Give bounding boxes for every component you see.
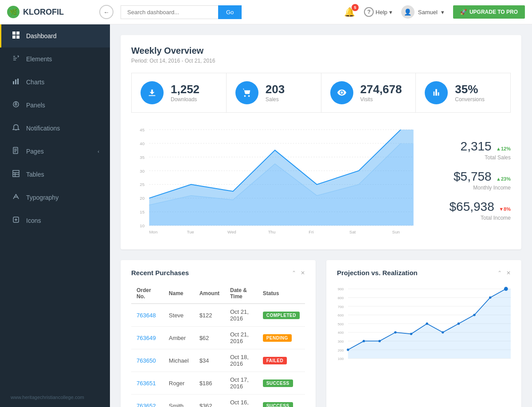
bottom-row: Recent Purchases ⌃ ✕ Order No. Name Amou… [121, 260, 521, 407]
chart-stats: 2,315 ▲12% Total Sales $5,758 ▲23% Month… [422, 122, 511, 239]
table-row: 763648 Steve $122 Oct 21, 2016 COMPLETED [131, 304, 305, 327]
main-content: Weekly Overview Period: Oct 14, 2016 - O… [110, 24, 532, 407]
order-number[interactable]: 763649 [131, 327, 164, 349]
col-date: Date & Time [225, 284, 258, 304]
sidebar-item-icons[interactable]: Icons [0, 209, 110, 232]
svg-point-69 [379, 340, 381, 342]
visits-value: 274,678 [360, 83, 407, 96]
user-menu[interactable]: 👤 Samuel ▾ [401, 5, 444, 19]
status-badge: SUCCESS [263, 379, 293, 387]
svg-text:45: 45 [140, 127, 145, 132]
amount: $62 [194, 327, 225, 349]
svg-text:10: 10 [140, 223, 145, 228]
status-badge: SUCCESS [263, 402, 293, 407]
sidebar-item-elements[interactable]: Elements [0, 47, 110, 71]
svg-point-72 [426, 323, 428, 325]
svg-text:Thu: Thu [268, 229, 276, 234]
weekly-title: Weekly Overview [131, 46, 511, 56]
status-cell: PENDING [258, 327, 305, 349]
sidebar-item-pages[interactable]: Pages ‹ [0, 140, 110, 163]
status-badge: COMPLETED [263, 312, 300, 319]
date-time: Oct 21, 2016 [225, 327, 258, 349]
svg-text:900: 900 [338, 287, 344, 291]
sidebar-item-notifications[interactable]: Notifications [0, 117, 110, 140]
proj-close-button[interactable]: ✕ [506, 270, 511, 276]
upgrade-label: UPGRADE TO PRO [469, 9, 518, 15]
sales-info: 203 Sales [266, 83, 312, 103]
customer-name: Roger [164, 372, 194, 395]
downloads-icon [141, 81, 164, 104]
sidebar-label: Elements [26, 55, 52, 63]
svg-text:20: 20 [140, 196, 145, 201]
sidebar-item-dashboard[interactable]: Dashboard [0, 24, 110, 47]
table-row: 763652 Smith $362 Oct 16, 2016 SUCCESS [131, 395, 305, 407]
svg-text:Mon: Mon [149, 229, 158, 234]
sidebar-label: Panels [26, 102, 45, 109]
app-header: 🌿 KLOROFIL ← Go 🔔 5 ? Help ▾ 👤 Samuel ▾ … [0, 0, 532, 24]
sidebar-item-charts[interactable]: Charts [0, 71, 110, 94]
typography-icon [12, 193, 20, 202]
svg-rect-5 [15, 79, 16, 84]
chart-stat-total-sales: 2,315 ▲12% Total Sales [433, 139, 511, 161]
date-time: Oct 21, 2016 [225, 304, 258, 327]
status-badge: FAILED [263, 357, 287, 364]
notification-button[interactable]: 🔔 5 [344, 7, 355, 17]
svg-rect-15 [13, 170, 19, 177]
order-number[interactable]: 763651 [131, 372, 164, 395]
proj-collapse-button[interactable]: ⌃ [497, 270, 502, 276]
sidebar-item-typography[interactable]: Typography [0, 186, 110, 209]
chart-stat-monthly-income: $5,758 ▲23% Monthly Income [433, 170, 511, 191]
svg-point-75 [473, 314, 475, 316]
tables-icon [12, 170, 20, 179]
avatar: 👤 [401, 5, 415, 19]
conversions-icon [425, 81, 448, 104]
date-time: Oct 16, 2016 [225, 395, 258, 407]
sidebar-item-tables[interactable]: Tables [0, 163, 110, 186]
notification-badge: 5 [352, 4, 359, 11]
amount: $186 [194, 372, 225, 395]
svg-text:25: 25 [140, 182, 145, 187]
conversions-label: Conversions [455, 96, 501, 103]
order-number[interactable]: 763652 [131, 395, 164, 407]
svg-rect-0 [12, 32, 16, 35]
downloads-value: 1,252 [171, 83, 217, 96]
svg-text:40: 40 [140, 141, 145, 146]
help-button[interactable]: ? Help ▾ [364, 7, 392, 17]
collapse-button[interactable]: ⌃ [292, 270, 296, 276]
help-label: Help [376, 9, 387, 16]
projection-header: Projection vs. Realization ⌃ ✕ [337, 269, 511, 277]
svg-text:200: 200 [338, 348, 344, 352]
logo: 🌿 KLOROFIL [7, 6, 96, 18]
svg-point-76 [489, 296, 491, 299]
amount: $362 [194, 395, 225, 407]
search-button[interactable]: Go [218, 5, 242, 19]
table-row: 763651 Roger $186 Oct 17, 2016 SUCCESS [131, 372, 305, 395]
back-button[interactable]: ← [99, 5, 113, 19]
upgrade-icon: 🚀 [460, 9, 467, 15]
upgrade-button[interactable]: 🚀 UPGRADE TO PRO [453, 5, 525, 19]
sidebar-item-panels[interactable]: Panels [0, 94, 110, 117]
projection-card: Projection vs. Realization ⌃ ✕ 900 800 7… [326, 260, 521, 407]
order-number[interactable]: 763650 [131, 349, 164, 372]
customer-name: Steve [164, 304, 194, 327]
customer-name: Smith [164, 395, 194, 407]
amount: $122 [194, 304, 225, 327]
user-chevron: ▾ [441, 9, 444, 16]
close-button[interactable]: ✕ [301, 270, 305, 276]
help-chevron: ▾ [389, 9, 392, 16]
card-controls: ⌃ ✕ [292, 270, 305, 276]
svg-text:600: 600 [338, 313, 344, 317]
search-area: Go [121, 5, 242, 19]
svg-text:30: 30 [140, 169, 145, 174]
elements-icon [12, 55, 20, 63]
svg-point-74 [458, 323, 460, 325]
sidebar-label: Tables [26, 171, 44, 178]
visits-icon [330, 81, 353, 104]
total-sales-label: Total Sales [433, 154, 511, 161]
sidebar-label: Typography [26, 194, 59, 201]
downloads-label: Downloads [171, 96, 217, 103]
svg-text:700: 700 [338, 305, 344, 309]
order-number[interactable]: 763648 [131, 304, 164, 327]
search-input[interactable] [121, 5, 218, 19]
help-icon: ? [364, 7, 374, 17]
